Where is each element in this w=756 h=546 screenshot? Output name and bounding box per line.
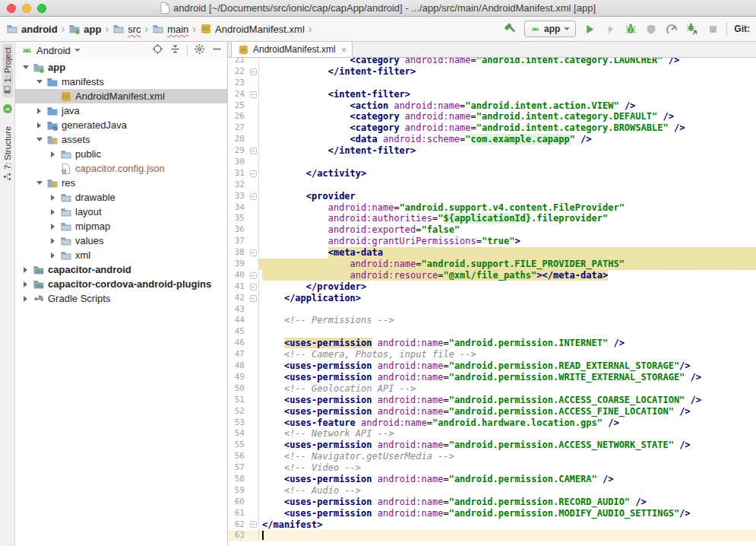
fold-marker-icon[interactable]: − xyxy=(248,168,259,179)
code-line-36[interactable]: 36 android:exported="false" xyxy=(228,224,756,236)
zoom-window-button[interactable] xyxy=(37,4,46,13)
tree-expanded-arrow-icon[interactable] xyxy=(35,181,43,185)
code-line-60[interactable]: 60 <uses-permission android:name="androi… xyxy=(228,497,756,508)
code-line-32[interactable]: 32 xyxy=(228,179,756,191)
debug-button[interactable] xyxy=(624,22,637,36)
fold-marker-icon[interactable]: − xyxy=(248,191,259,202)
tree-item-mipmap[interactable]: mipmap xyxy=(15,219,227,233)
tree-item-java[interactable]: java xyxy=(15,103,227,118)
code-line-48[interactable]: 48 <uses-permission android:name="androi… xyxy=(228,360,756,372)
tree-item-values[interactable]: values xyxy=(15,233,227,248)
breadcrumb-item-android[interactable]: android xyxy=(5,22,59,36)
code-line-59[interactable]: 59 <!-- Audio --> xyxy=(228,485,756,497)
editor-tab[interactable]: AndroidManifest.xml × xyxy=(231,41,353,57)
tree-collapsed-arrow-icon[interactable] xyxy=(49,195,57,201)
tree-collapsed-arrow-icon[interactable] xyxy=(21,281,30,287)
tree-collapsed-arrow-icon[interactable] xyxy=(49,151,57,157)
attach-debugger-button[interactable] xyxy=(685,22,699,36)
run-with-coverage-button[interactable] xyxy=(644,22,658,36)
tree-collapsed-arrow-icon[interactable] xyxy=(21,267,30,273)
code-line-29[interactable]: 29− </intent-filter> xyxy=(228,145,756,157)
code-line-54[interactable]: 54 <!-- Network API --> xyxy=(228,428,756,440)
fold-marker-icon[interactable]: − xyxy=(248,519,259,531)
code-line-46[interactable]: 46 <uses-permission android:name="androi… xyxy=(228,338,756,349)
breadcrumb-item-main[interactable]: main xyxy=(150,22,190,36)
code-line-28[interactable]: 28 <data android:scheme="com.example.cap… xyxy=(228,134,756,145)
code-line-38[interactable]: 38− <meta-data xyxy=(228,247,756,259)
breadcrumb-item-AndroidManifest.xml[interactable]: AndroidManifest.xml xyxy=(198,22,306,36)
code-line-61[interactable]: 61 <uses-permission android:name="androi… xyxy=(228,508,756,519)
code-line-43[interactable]: 43 xyxy=(228,304,756,316)
code-editor[interactable]: 21 <category android:name="android.inten… xyxy=(228,58,756,546)
code-line-25[interactable]: 25 <action android:name="android.intent.… xyxy=(228,100,756,112)
tree-item-manifests[interactable]: manifests xyxy=(15,75,227,89)
tool-window-tab-structure[interactable]: 7: Structure xyxy=(2,122,13,185)
tree-item-generatedJava[interactable]: generatedJava xyxy=(15,118,227,132)
tree-collapsed-arrow-icon[interactable] xyxy=(35,108,43,114)
fold-marker-icon[interactable]: − xyxy=(248,145,259,157)
fold-marker-icon[interactable]: − xyxy=(248,89,259,100)
code-line-47[interactable]: 47 <!-- Camera, Photos, input file --> xyxy=(228,349,756,360)
breadcrumb-item-src[interactable]: src xyxy=(111,22,142,36)
apply-changes-button[interactable] xyxy=(603,22,617,36)
code-line-56[interactable]: 56 <!-- Navigator.getUserMedia --> xyxy=(228,451,756,462)
build-hammer-button[interactable] xyxy=(504,22,517,36)
fold-marker-icon[interactable]: − xyxy=(248,281,259,293)
close-tab-icon[interactable]: × xyxy=(340,45,347,55)
code-line-40[interactable]: 40− android:resource="@xml/file_paths"><… xyxy=(228,270,756,281)
tree-item-capacitor-android[interactable]: capacitor-android xyxy=(15,262,227,277)
stop-button[interactable] xyxy=(706,22,720,36)
breadcrumb-item-app[interactable]: app xyxy=(67,22,103,36)
code-line-53[interactable]: 53 <uses-feature android:name="android.h… xyxy=(228,417,756,429)
tree-item-Gradle Scripts[interactable]: Gradle Scripts xyxy=(15,291,227,306)
fold-marker-icon[interactable]: − xyxy=(248,293,259,304)
code-line-41[interactable]: 41− </provider> xyxy=(228,281,756,293)
tool-window-tab-project[interactable]: 1: Project xyxy=(2,43,13,97)
tree-collapsed-arrow-icon[interactable] xyxy=(49,238,57,244)
code-line-57[interactable]: 57 <!-- Video --> xyxy=(228,462,756,474)
code-line-26[interactable]: 26 <category android:name="android.inten… xyxy=(228,111,756,122)
close-window-button[interactable] xyxy=(7,4,16,13)
tree-item-assets[interactable]: assets xyxy=(15,132,227,147)
code-line-23[interactable]: 23 xyxy=(228,78,756,89)
tree-collapsed-arrow-icon[interactable] xyxy=(49,209,57,215)
code-line-34[interactable]: 34 android:name="android.support.v4.cont… xyxy=(228,202,756,214)
tree-collapsed-arrow-icon[interactable] xyxy=(35,122,43,129)
code-line-49[interactable]: 49 <uses-permission android:name="androi… xyxy=(228,372,756,383)
tree-item-capacitor.config.json[interactable]: capacitor.config.json xyxy=(15,161,227,176)
tree-item-AndroidManifest.xml[interactable]: AndroidManifest.xml xyxy=(15,89,227,103)
hide-panel-button[interactable] xyxy=(211,43,223,57)
code-line-24[interactable]: 24− <intent-filter> xyxy=(228,89,756,100)
code-line-55[interactable]: 55 <uses-permission android:name="androi… xyxy=(228,440,756,451)
tree-item-res[interactable]: res xyxy=(15,176,227,190)
gear-icon[interactable] xyxy=(194,43,205,57)
code-line-37[interactable]: 37 android:grantUriPermissions="true"> xyxy=(228,236,756,247)
code-line-39[interactable]: 39 android:name="android.support.FILE_PR… xyxy=(228,259,756,270)
code-line-63[interactable]: 63 xyxy=(228,530,756,541)
code-line-30[interactable]: 30 xyxy=(228,157,756,168)
tree-collapsed-arrow-icon[interactable] xyxy=(49,224,57,230)
tree-item-layout[interactable]: layout xyxy=(15,205,227,219)
tree-expanded-arrow-icon[interactable] xyxy=(35,80,43,84)
tree-item-app[interactable]: app xyxy=(15,60,227,75)
code-line-27[interactable]: 27 <category android:name="android.inten… xyxy=(228,122,756,134)
code-line-58[interactable]: 58 <uses-permission android:name="androi… xyxy=(228,474,756,485)
profiler-button[interactable] xyxy=(665,22,679,36)
tree-collapsed-arrow-icon[interactable] xyxy=(21,296,30,302)
code-line-21[interactable]: 21 <category android:name="android.inten… xyxy=(228,58,756,66)
code-line-50[interactable]: 50 <!-- Geolocation API --> xyxy=(228,383,756,395)
code-line-51[interactable]: 51 <uses-permission android:name="androi… xyxy=(228,395,756,406)
fold-marker-icon[interactable]: − xyxy=(248,270,259,281)
code-line-52[interactable]: 52 <uses-permission android:name="androi… xyxy=(228,406,756,417)
tree-item-xml[interactable]: xml xyxy=(15,248,227,262)
tree-collapsed-arrow-icon[interactable] xyxy=(49,252,57,259)
fold-marker-icon[interactable]: − xyxy=(248,247,259,259)
code-line-35[interactable]: 35 android:authorities="${applicationId}… xyxy=(228,213,756,224)
run-configuration-select[interactable]: app xyxy=(524,21,576,37)
project-view-select[interactable]: Android xyxy=(36,45,71,56)
code-line-31[interactable]: 31− </activity> xyxy=(228,168,756,179)
code-line-33[interactable]: 33− <provider xyxy=(228,191,756,202)
code-line-44[interactable]: 44 <!-- Permissions --> xyxy=(228,315,756,326)
code-line-62[interactable]: 62−</manifest> xyxy=(228,519,756,531)
fold-marker-icon[interactable]: − xyxy=(248,66,259,78)
